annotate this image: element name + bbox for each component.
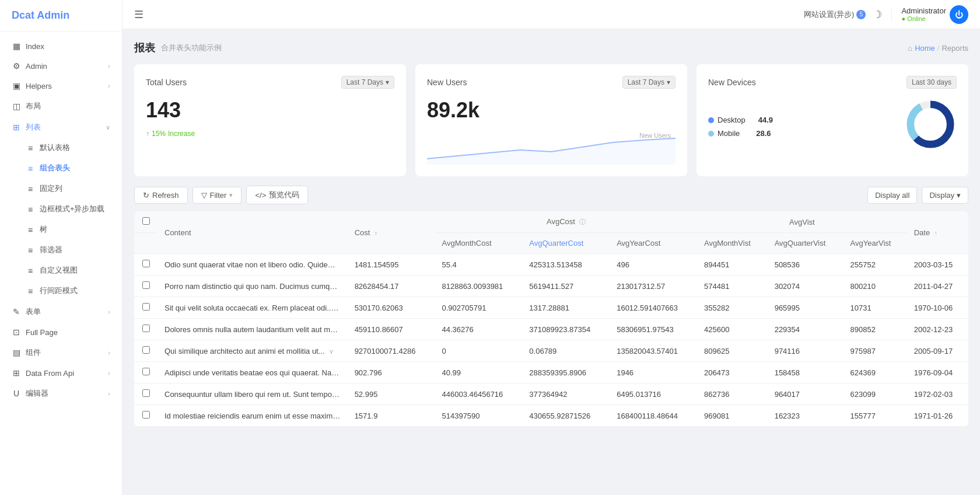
stat-cards: Total Users Last 7 Days ▾ 143 ↑ 15% Incr… xyxy=(134,64,968,176)
row-checkbox[interactable] xyxy=(142,346,150,354)
settings-button[interactable]: 网站设置(异步) 5 xyxy=(804,9,866,20)
chevron-right-icon: › xyxy=(108,369,110,377)
row-date: 1970-10-06 xyxy=(907,297,968,319)
expand-icon[interactable]: ⋎ xyxy=(347,326,348,333)
list-icon: ≡ xyxy=(26,266,35,276)
row-checkbox[interactable] xyxy=(142,389,150,397)
chart-label: New Users xyxy=(639,132,671,139)
row-date: 2011-04-27 xyxy=(907,276,968,297)
display-all-button[interactable]: Display all xyxy=(867,187,917,204)
table-row: Odio sunt quaerat vitae non et libero od… xyxy=(134,254,968,276)
breadcrumb-home[interactable]: Home xyxy=(915,44,935,53)
sidebar-item-label: 编辑器 xyxy=(26,388,48,399)
row-content: Adipisci unde veritatis beatae eos qui q… xyxy=(158,362,348,384)
col-avg-quarter-cost: AvgQuarterCost xyxy=(522,233,610,254)
new-users-period-btn[interactable]: Last 7 Days ▾ xyxy=(622,76,676,89)
sidebar-item-component[interactable]: ▤ 组件 › xyxy=(0,342,122,363)
list-icon: ≡ xyxy=(26,225,35,235)
sidebar-item-form[interactable]: ✎ 表单 › xyxy=(0,301,122,322)
expand-icon[interactable]: ⋎ xyxy=(345,262,348,269)
page-subtitle: 合并表头功能示例 xyxy=(161,43,222,53)
stat-card-title: New Devices xyxy=(708,78,756,87)
sidebar-item-row-spacing[interactable]: ≡ 行间距模式 xyxy=(0,281,122,301)
sort-icon: ↑ xyxy=(374,230,377,236)
row-avg-month-vist: 969081 xyxy=(697,405,768,427)
table-icon: ⊞ xyxy=(12,123,21,132)
row-avg-quarter-cost: 425313.513458 xyxy=(522,254,610,276)
row-avg-quarter-vist: 974116 xyxy=(768,340,844,362)
row-avg-quarter-cost: 371089923.87354 xyxy=(522,319,610,340)
row-cost: 1481.154595 xyxy=(348,254,435,276)
stat-card-header: Total Users Last 7 Days ▾ xyxy=(146,76,394,89)
sidebar-item-custom-view[interactable]: ≡ 自定义视图 xyxy=(0,260,122,281)
preview-button[interactable]: </> 预览代码 xyxy=(246,186,308,204)
sidebar-item-table[interactable]: ⊞ 列表 ∨ xyxy=(0,117,122,138)
row-date: 2002-12-23 xyxy=(907,319,968,340)
index-icon: ▦ xyxy=(12,41,21,51)
row-avg-month-cost: 446003.46456716 xyxy=(435,384,522,405)
hamburger-icon[interactable]: ☰ xyxy=(134,8,144,21)
row-checkbox[interactable] xyxy=(142,368,150,375)
filter-button[interactable]: ▽ Filter ▾ xyxy=(192,187,242,204)
row-checkbox-cell xyxy=(134,362,158,384)
row-cost: 530170.62063 xyxy=(348,297,435,319)
desktop-label: Desktop xyxy=(718,116,746,124)
sidebar-item-editor[interactable]: U 编辑器 › xyxy=(0,383,122,404)
notification-badge: 5 xyxy=(856,10,866,19)
row-cost: 1571.9 xyxy=(348,405,435,427)
sidebar-item-index[interactable]: ▦ Index xyxy=(0,36,122,56)
row-checkbox[interactable] xyxy=(142,281,150,289)
sidebar-item-default-table[interactable]: ≡ 默认表格 xyxy=(0,138,122,158)
sidebar-item-label: Helpers xyxy=(26,82,52,90)
row-content: Consequuntur ullam libero qui rem ut. Su… xyxy=(158,384,348,405)
display-button[interactable]: Display ▾ xyxy=(922,187,968,204)
stat-card-total-users: Total Users Last 7 Days ▾ 143 ↑ 15% Incr… xyxy=(134,64,406,176)
row-checkbox[interactable] xyxy=(142,325,150,332)
table-row: Id molestiae reiciendis earum enim ut es… xyxy=(134,405,968,427)
row-checkbox-cell xyxy=(134,297,158,319)
col-cost: Cost ↑ xyxy=(348,211,435,254)
row-avg-month-vist: 894451 xyxy=(697,254,768,276)
help-icon: ⓘ xyxy=(579,218,586,225)
row-checkbox[interactable] xyxy=(142,411,150,419)
select-all-checkbox[interactable] xyxy=(142,217,150,225)
sidebar-item-combo-header[interactable]: ≡ 组合表头 xyxy=(0,158,122,179)
expand-icon[interactable]: ⋎ xyxy=(347,391,348,398)
row-checkbox[interactable] xyxy=(142,303,150,311)
expand-icon[interactable]: ⋎ xyxy=(329,348,334,355)
brand-logo[interactable]: Dcat Admin xyxy=(0,0,122,32)
row-avg-month-vist: 809625 xyxy=(697,340,768,362)
sidebar-item-label: 表单 xyxy=(26,306,41,317)
sidebar-item-fixed-col[interactable]: ≡ 固定列 xyxy=(0,179,122,199)
sidebar-item-admin[interactable]: ⚙ Admin › xyxy=(0,56,122,76)
row-avg-quarter-vist: 508536 xyxy=(768,254,844,276)
desktop-value: 44.9 xyxy=(758,116,773,124)
row-checkbox[interactable] xyxy=(142,260,150,267)
new-devices-period-btn[interactable]: Last 30 days xyxy=(907,76,957,89)
settings-label: 网站设置(异步) xyxy=(804,9,855,20)
sidebar-item-tree[interactable]: ≡ 树 xyxy=(0,219,122,240)
sidebar-item-filter[interactable]: ≡ 筛选器 xyxy=(0,240,122,260)
refresh-button[interactable]: ↻ Refresh xyxy=(134,187,188,204)
row-date: 1971-01-26 xyxy=(907,405,968,427)
sidebar-item-layout[interactable]: ◫ 布局 xyxy=(0,96,122,117)
sidebar-item-helpers[interactable]: ▣ Helpers › xyxy=(0,76,122,96)
stat-card-title: Total Users xyxy=(146,78,187,87)
total-users-period-btn[interactable]: Last 7 Days ▾ xyxy=(341,76,394,89)
sidebar-item-data-api[interactable]: ⊞ Data From Api › xyxy=(0,363,122,383)
sidebar-item-fullpage[interactable]: ⊡ Full Page xyxy=(0,322,122,342)
avatar[interactable]: ⏻ xyxy=(950,5,968,24)
moon-icon[interactable]: ☽ xyxy=(873,8,882,21)
row-avg-year-vist: 624369 xyxy=(844,362,907,384)
row-avg-year-cost: 168400118.48644 xyxy=(610,405,697,427)
expand-icon[interactable]: ⋎ xyxy=(338,305,342,312)
sidebar: Dcat Admin ▦ Index ⚙ Admin › ▣ Helpers ›… xyxy=(0,0,123,495)
user-status: ● Online xyxy=(901,15,946,22)
row-avg-month-vist: 355282 xyxy=(697,297,768,319)
sidebar-item-border-async[interactable]: ≡ 边框模式+异步加载 xyxy=(0,199,122,219)
row-avg-year-cost: 213017312.57 xyxy=(610,276,697,297)
expand-icon[interactable]: ⋎ xyxy=(342,369,347,377)
sidebar-item-label: 组合表头 xyxy=(40,163,70,173)
filter-icon: ▽ xyxy=(201,191,207,200)
row-avg-month-vist: 206473 xyxy=(697,362,768,384)
